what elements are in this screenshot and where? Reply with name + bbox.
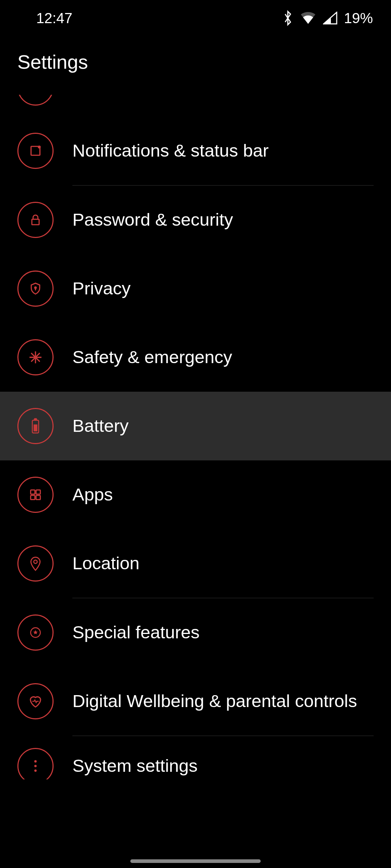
heart-icon <box>17 683 54 719</box>
svg-rect-12 <box>31 490 35 494</box>
wifi-icon <box>300 12 316 25</box>
settings-item-location[interactable]: Location <box>0 529 391 598</box>
svg-rect-14 <box>31 495 35 500</box>
settings-item-notifications[interactable]: Notifications & status bar <box>0 116 391 185</box>
svg-rect-11 <box>34 425 37 431</box>
emergency-icon <box>17 339 54 375</box>
apps-icon <box>17 477 54 513</box>
settings-list: Sound & vibration Notifications & status… <box>0 95 391 779</box>
status-indicators: 19% <box>282 10 373 26</box>
settings-item-label: Battery <box>72 415 129 437</box>
svg-point-19 <box>34 765 37 767</box>
settings-item-label: Apps <box>72 484 113 506</box>
svg-point-3 <box>35 287 36 288</box>
svg-rect-10 <box>34 418 37 420</box>
battery-percent: 19% <box>344 10 373 26</box>
settings-item-special[interactable]: Special features <box>0 598 391 667</box>
settings-item-label: Notifications & status bar <box>72 140 269 162</box>
svg-point-16 <box>34 560 37 563</box>
svg-rect-13 <box>36 490 41 494</box>
cell-signal-icon <box>323 12 337 25</box>
settings-item-system[interactable]: System settings <box>0 736 391 779</box>
settings-item-label: Safety & emergency <box>72 346 232 368</box>
bluetooth-icon <box>282 10 293 26</box>
gesture-bar[interactable] <box>130 859 261 863</box>
settings-item-label: Special features <box>72 621 199 643</box>
svg-point-18 <box>34 760 37 762</box>
settings-item-battery[interactable]: Battery <box>0 392 391 460</box>
page-header: Settings <box>0 36 391 95</box>
notifications-icon <box>17 133 54 169</box>
shield-icon <box>17 271 54 307</box>
status-bar: 12:47 19% <box>0 0 391 36</box>
settings-item-privacy[interactable]: Privacy <box>0 254 391 323</box>
settings-item-label: System settings <box>72 755 198 777</box>
lock-icon <box>17 202 54 238</box>
star-badge-icon <box>17 614 54 651</box>
page-title: Settings <box>17 51 374 73</box>
settings-item-password[interactable]: Password & security <box>0 186 391 254</box>
settings-item-wellbeing[interactable]: Digital Wellbeing & parental controls <box>0 667 391 736</box>
settings-item-apps[interactable]: Apps <box>0 460 391 529</box>
settings-item-sound[interactable]: Sound & vibration <box>0 95 391 116</box>
sound-icon <box>17 95 54 106</box>
settings-item-label: Location <box>72 552 139 574</box>
svg-point-20 <box>34 769 37 772</box>
battery-icon <box>17 408 54 444</box>
svg-point-1 <box>38 145 41 148</box>
svg-rect-2 <box>32 219 39 225</box>
status-time: 12:47 <box>36 10 72 26</box>
location-icon <box>17 545 54 582</box>
settings-item-label: Privacy <box>72 277 131 299</box>
settings-item-safety[interactable]: Safety & emergency <box>0 323 391 392</box>
settings-item-label: Digital Wellbeing & parental controls <box>72 690 357 712</box>
settings-item-label: Password & security <box>72 209 233 231</box>
more-vertical-icon <box>17 748 54 780</box>
svg-rect-15 <box>36 495 41 500</box>
